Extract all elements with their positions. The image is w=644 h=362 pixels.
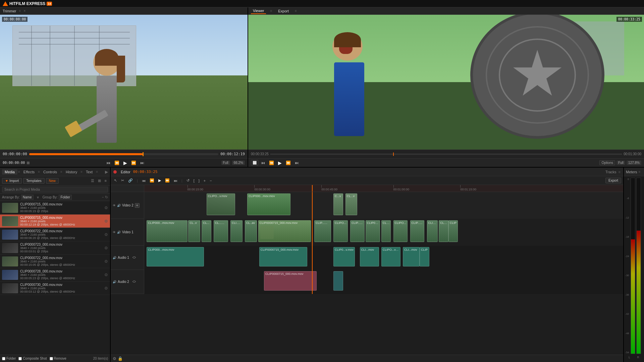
editor-next-frame[interactable]: ⏩ [164,178,171,183]
tracks-expand-icon[interactable]: Tracks [605,170,616,174]
tab-viewer[interactable]: Viewer [251,8,266,14]
clip-v1-12[interactable]: CLI..mov [381,220,391,242]
clip-v1-8[interactable]: CLIP...mov [314,220,331,242]
media-gear-4[interactable]: ⚙ [104,259,108,264]
media-item-0[interactable]: CLIP0000715_000.mov.mov3840 × 2160 pixel… [0,201,110,215]
clip-v2-1[interactable]: CLIPO...v.mov [207,193,235,215]
tool-pointer[interactable]: ↖ [113,178,118,183]
viewer-display-options[interactable]: ⬜ [251,160,258,166]
clip-v1-5[interactable]: CLI..mov [230,220,243,242]
trimmer-quality[interactable]: Full [221,161,230,165]
import-button[interactable]: ▼ Import [2,178,22,184]
media-item-3[interactable]: CLIP0000723_000.mov.mov3840 × 2160 pixel… [0,241,110,255]
arrange-collapse-icon[interactable]: − [102,195,104,199]
clip-a2-2[interactable] [333,271,343,291]
tool-magnet[interactable]: 🔗 [127,178,134,183]
clip-v1-4[interactable]: CL...mov [214,220,228,242]
media-options-btn[interactable]: ≡ [103,178,108,184]
trimmer-menu-icon[interactable]: ≡ [19,9,21,13]
clip-v2-4[interactable]: CL...v [345,193,358,215]
viewer-quality[interactable]: Full [616,161,625,165]
viewer-skip-start[interactable]: ⏮ [260,160,266,166]
export-button[interactable]: Export [605,178,621,183]
viewer-zoom[interactable]: 127.8% [627,161,641,165]
viewer-play[interactable]: ▶ [277,160,283,166]
footer-remove-toggle[interactable]: Remove [50,357,66,360]
viewer-skip-end[interactable]: ⏭ [293,160,300,166]
trimmer-close[interactable]: × [23,9,25,13]
tab-history[interactable]: History [63,169,80,175]
editor-prev-frame[interactable]: ⏪ [148,178,156,183]
media-item-6[interactable]: CLIP0000730_000.mov.mov3840 × 2160 pixel… [0,282,110,295]
tab-text[interactable]: Text [83,169,95,175]
media-gear-1[interactable]: ⚙ [104,219,108,224]
media-gear-2[interactable]: ⚙ [104,232,108,237]
clip-v1-15[interactable]: CLI...mov [427,220,438,242]
editor-out-point[interactable]: ] [197,178,201,183]
editor-play[interactable]: ▶ [157,178,162,183]
media-item-1[interactable]: CLIP0000715_000.mov.mov3840 × 2160 pixel… [0,215,110,228]
trimmer-zoom[interactable]: 66.2% [232,161,245,165]
left-panel-expand[interactable]: ▶ [105,170,108,174]
trimmer-skip-end[interactable]: ⏭ [139,160,146,166]
trimmer-skip-start[interactable]: ⏮ [105,160,112,166]
clip-a1-5[interactable]: CLIPO...v.mov [381,247,400,266]
clip-a1-1[interactable]: CLIP000...mov.mov [147,247,204,266]
list-view-btn[interactable]: ☰ [90,178,96,184]
record-btn[interactable] [113,170,117,174]
clip-v1-11[interactable]: CLIP0...v.mov [366,220,380,242]
tab-export[interactable]: Export [276,8,291,14]
timeline-playhead[interactable] [312,185,313,192]
editor-skip-end[interactable]: ⏭ [172,178,179,183]
clip-a1-4[interactable]: CLI...mov [360,247,379,266]
tool-razor[interactable]: ✂ [120,178,125,183]
track-add-v2[interactable]: + [135,203,140,208]
footer-composite-toggle[interactable]: Composite Shot [18,357,47,360]
editor-skip-start[interactable]: ⏮ [141,178,147,183]
track-mute-a2-icon[interactable]: 🔊 [113,280,116,284]
tab-effects[interactable]: Effects [21,169,37,175]
clip-a1-6[interactable]: CLI...mov [403,247,420,266]
editor-zoom-out[interactable]: − [208,178,213,183]
footer-folder-toggle[interactable]: Folder [2,357,16,360]
track-mute-v1-icon[interactable]: 🔊 [117,231,121,234]
media-gear-3[interactable]: ⚙ [104,246,108,250]
clip-v1-9[interactable]: CLIPO... [333,220,348,242]
track-mute-a1-icon[interactable]: 🔊 [113,256,116,259]
clip-v1-6[interactable]: CL..av [245,220,257,242]
templates-button[interactable]: Templates [23,178,45,184]
tab-media[interactable]: Media [2,169,17,175]
search-input[interactable] [2,187,108,192]
trimmer-prev-frame[interactable]: ⏪ [113,160,121,166]
clip-v1-7[interactable]: CLIP0000715_000.mov.mov [258,220,311,242]
media-gear-5[interactable]: ⚙ [104,273,108,277]
track-mute-icon[interactable]: 🔊 [117,204,121,207]
meters-menu-icon[interactable]: ≡ [639,170,641,174]
media-gear-0[interactable]: ⚙ [104,205,108,210]
trimmer-play[interactable]: ▶ [122,160,128,166]
editor-zoom-in[interactable]: + [202,178,207,183]
viewer-prev-frame[interactable]: ⏪ [268,160,275,166]
clip-a2-1[interactable]: CLIP0000715_000.mov.mov [264,271,317,291]
clip-v2-2[interactable]: CLIP000...mov.mov [247,193,290,215]
clip-a1-2[interactable]: CLIP0000715_000.mov.mov [259,247,307,266]
timeline-lock-icon[interactable]: 🔒 [118,356,123,361]
group-value[interactable]: Folder [59,195,71,200]
clip-v1-1[interactable]: CLIP000...mov.mov [147,220,187,242]
clip-v1-3[interactable]: CL... [202,220,211,242]
track-visibility-icon[interactable]: 👁 [113,204,116,207]
clip-v1-17[interactable]: CLIP [448,220,458,242]
arrange-refresh-icon[interactable]: ↻ [105,195,108,199]
timeline-settings-icon[interactable]: ⚙ [113,356,116,361]
trimmer-next-frame[interactable]: ⏩ [130,160,138,166]
viewer-options-btn[interactable]: Options [599,160,615,165]
clip-v1-16[interactable]: CLI... [439,220,448,242]
clip-v1-10[interactable]: CLIP...mov [350,220,365,242]
arrange-value[interactable]: Name [21,195,34,200]
new-button[interactable]: New [46,178,59,184]
clip-v1-14[interactable]: CLIP...mov [410,220,425,242]
track-visibility-v1-icon[interactable]: 👁 [113,231,116,234]
clip-v2-3[interactable]: C...v [333,193,343,215]
editor-in-point[interactable]: [ [192,178,196,183]
clip-a1-7[interactable]: CLIP [420,247,429,266]
